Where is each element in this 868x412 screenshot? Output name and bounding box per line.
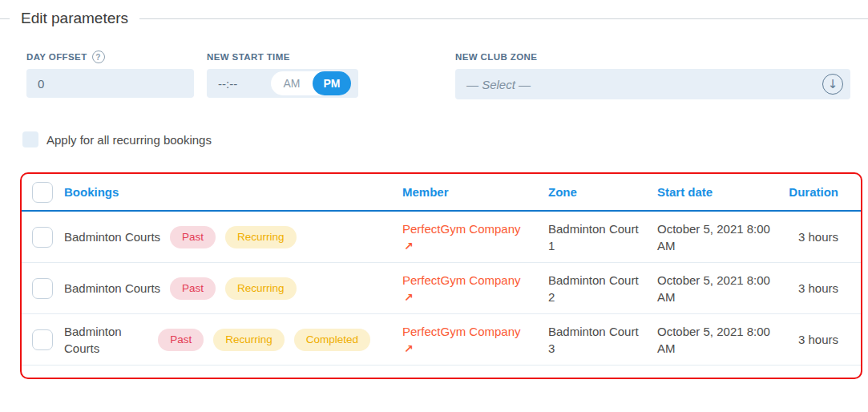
external-link-icon: ↗ [404, 291, 535, 304]
member-name: PerfectGym Company [402, 273, 535, 289]
new-start-time-label: NEW START TIME [207, 52, 290, 62]
page-title: Edit parameters [21, 10, 128, 27]
booking-cell: Badminton Courts PastRecurring [64, 226, 402, 248]
section-legend: Edit parameters [0, 9, 868, 28]
table-row: Badminton Courts PastRecurring PerfectGy… [22, 263, 861, 314]
status-badge: Completed [294, 329, 370, 351]
row-check-cell [22, 227, 64, 248]
day-offset-input[interactable]: 0 [26, 69, 194, 98]
status-badge: Past [170, 277, 216, 300]
select-placeholder: — Select — [466, 78, 531, 91]
member-cell: PerfectGym Company ↗ [402, 273, 548, 304]
new-club-zone-group: NEW CLUB ZONE — Select — ↓ [455, 50, 850, 99]
legend-line-left [0, 18, 10, 19]
zone-cell: Badminton Court 2 [548, 272, 657, 305]
apply-all-row: Apply for all recurring bookings [22, 131, 868, 147]
col-start-date: Start date [657, 185, 783, 199]
member-link[interactable]: PerfectGym Company ↗ [402, 273, 535, 304]
status-badge: Recurring [213, 329, 285, 351]
day-offset-group: DAY OFFSET ? 0 [26, 50, 194, 99]
start-date-cell: October 5, 2021 8:00 AM [657, 220, 783, 254]
member-cell: PerfectGym Company ↗ [402, 324, 548, 355]
am-option[interactable]: AM [271, 71, 313, 95]
booking-tags: PastRecurring [170, 277, 297, 300]
col-member: Member [402, 185, 548, 199]
member-link[interactable]: PerfectGym Company ↗ [402, 221, 535, 252]
booking-tags: PastRecurring [170, 226, 297, 248]
apply-all-label: Apply for all recurring bookings [46, 133, 212, 147]
zone-cell: Badminton Court 3 [548, 323, 657, 357]
new-start-time-field: --:-- AM PM [207, 69, 358, 98]
member-name: PerfectGym Company [402, 324, 535, 340]
booking-cell: Badminton Courts PastRecurring [64, 277, 402, 300]
row-check-cell [22, 329, 64, 350]
apply-all-checkbox[interactable] [22, 131, 38, 147]
zone-cell: Badminton Court 1 [548, 220, 657, 254]
new-club-zone-label-row: NEW CLUB ZONE [455, 50, 850, 63]
status-badge: Recurring [225, 226, 297, 248]
edit-parameters-form: DAY OFFSET ? 0 NEW START TIME --:-- AM P… [26, 50, 868, 99]
row-checkbox[interactable] [32, 278, 53, 299]
status-badge: Recurring [225, 277, 297, 300]
new-start-time-group: NEW START TIME --:-- AM PM [207, 50, 358, 99]
member-cell: PerfectGym Company ↗ [402, 221, 548, 252]
row-check-cell [22, 278, 64, 299]
booking-name: Badminton Courts [64, 280, 160, 297]
col-zone: Zone [548, 185, 657, 199]
duration-cell: 3 hours [783, 280, 861, 297]
circle-down-arrow-icon[interactable]: ↓ [822, 74, 843, 95]
pm-option[interactable]: PM [313, 71, 351, 95]
question-mark-icon[interactable]: ? [92, 50, 105, 63]
table-row: Badminton Courts PastRecurringCompleted … [22, 314, 861, 366]
booking-name: Badminton Courts [64, 323, 148, 357]
table-body: Badminton Courts PastRecurring PerfectGy… [22, 212, 861, 366]
bookings-table: Bookings Member Zone Start date Duration… [20, 172, 862, 379]
select-all-checkbox[interactable] [32, 182, 53, 203]
status-badge: Past [158, 329, 204, 351]
day-offset-label-row: DAY OFFSET ? [26, 50, 194, 63]
header-check-cell [22, 182, 64, 203]
start-date-cell: October 5, 2021 8:00 AM [657, 323, 783, 357]
start-date-cell: October 5, 2021 8:00 AM [657, 272, 783, 305]
duration-cell: 3 hours [783, 331, 861, 348]
member-link[interactable]: PerfectGym Company ↗ [402, 324, 535, 355]
booking-tags: PastRecurringCompleted [158, 329, 370, 351]
row-checkbox[interactable] [32, 329, 53, 350]
col-bookings: Bookings [64, 185, 402, 199]
table-header-row: Bookings Member Zone Start date Duration [22, 174, 861, 212]
day-offset-label: DAY OFFSET [26, 52, 87, 62]
new-club-zone-select[interactable]: — Select — ↓ [455, 69, 850, 99]
time-input[interactable]: --:-- [218, 77, 237, 91]
duration-cell: 3 hours [783, 228, 861, 245]
external-link-icon: ↗ [404, 342, 535, 355]
legend-line-right [139, 18, 868, 19]
new-club-zone-label: NEW CLUB ZONE [455, 52, 537, 62]
member-name: PerfectGym Company [402, 221, 535, 237]
booking-cell: Badminton Courts PastRecurringCompleted [64, 323, 402, 357]
new-start-time-label-row: NEW START TIME [207, 50, 358, 63]
booking-name: Badminton Courts [64, 228, 160, 245]
status-badge: Past [170, 226, 216, 248]
row-checkbox[interactable] [32, 227, 53, 248]
col-duration: Duration [783, 185, 861, 199]
table-row: Badminton Courts PastRecurring PerfectGy… [22, 212, 861, 263]
am-pm-toggle: AM PM [271, 71, 351, 95]
external-link-icon: ↗ [404, 240, 535, 252]
